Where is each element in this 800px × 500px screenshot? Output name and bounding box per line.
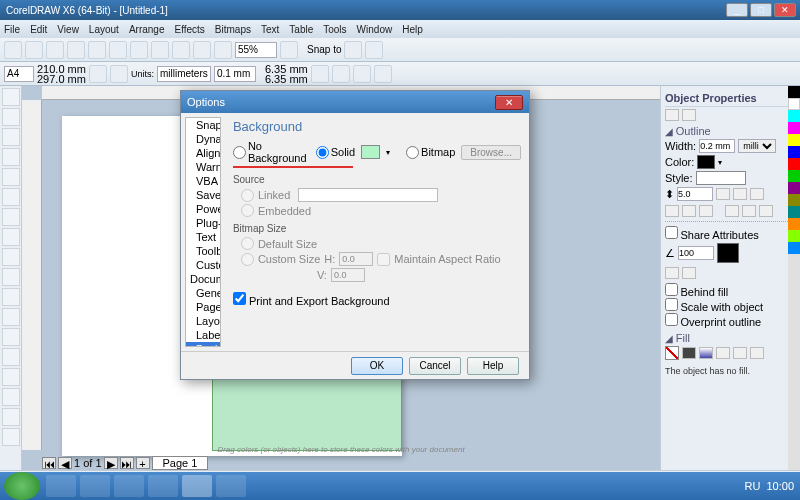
zoom-combo[interactable]	[235, 42, 277, 58]
overprint-check[interactable]	[665, 313, 678, 326]
zoom-tool-icon[interactable]	[2, 148, 20, 166]
page-next-icon[interactable]: ▶	[104, 457, 118, 469]
zoom-icon[interactable]	[280, 41, 298, 59]
tree-snap[interactable]: Snap to Object	[186, 118, 220, 132]
corner-btn-3[interactable]	[750, 188, 764, 200]
save-icon[interactable]	[46, 41, 64, 59]
tree-document[interactable]: Document	[186, 272, 220, 286]
ellipse-tool-icon[interactable]	[2, 228, 20, 246]
cap-btn-4[interactable]	[725, 205, 739, 217]
print-export-check[interactable]	[233, 292, 246, 305]
shape-tool-icon[interactable]	[2, 108, 20, 126]
snap-dropdown-icon[interactable]	[344, 41, 362, 59]
copy-icon[interactable]	[109, 41, 127, 59]
page-width[interactable]: 210.0 mm	[37, 64, 86, 74]
menu-tools[interactable]: Tools	[323, 24, 346, 35]
fill-solid-icon[interactable]	[682, 347, 696, 359]
panel-tab-icon[interactable]	[665, 109, 679, 121]
tree-plugins[interactable]: Plug-Ins	[186, 216, 220, 230]
menu-table[interactable]: Table	[289, 24, 313, 35]
menu-file[interactable]: File	[4, 24, 20, 35]
tree-toolbox[interactable]: Toolbox	[186, 244, 220, 258]
portrait-icon[interactable]	[89, 65, 107, 83]
print-icon[interactable]	[67, 41, 85, 59]
align-btn-1[interactable]	[665, 267, 679, 279]
tool-btn-b[interactable]	[332, 65, 350, 83]
tree-align[interactable]: Alignment Gu	[186, 146, 220, 160]
taskbar-item-6[interactable]	[216, 475, 246, 497]
menu-window[interactable]: Window	[357, 24, 393, 35]
smart-tool-icon[interactable]	[2, 188, 20, 206]
tree-warnings[interactable]: Warnings	[186, 160, 220, 174]
rectangle-tool-icon[interactable]	[2, 208, 20, 226]
menu-effects[interactable]: Effects	[174, 24, 204, 35]
cap-btn-5[interactable]	[742, 205, 756, 217]
taskbar-item-1[interactable]	[46, 475, 76, 497]
green-rectangle-object[interactable]	[212, 376, 402, 451]
start-button[interactable]	[4, 472, 40, 500]
fill-gradient-icon[interactable]	[699, 347, 713, 359]
align-btn-2[interactable]	[682, 267, 696, 279]
radio-solid[interactable]: Solid	[316, 146, 355, 159]
redo-icon[interactable]	[172, 41, 190, 59]
radio-no-bg[interactable]: No Background	[233, 140, 310, 164]
duplicate-x[interactable]: 6.35 mm	[265, 64, 308, 74]
connector-tool-icon[interactable]	[2, 328, 20, 346]
corner-btn-1[interactable]	[716, 188, 730, 200]
freehand-tool-icon[interactable]	[2, 168, 20, 186]
tray-lang[interactable]: RU	[745, 480, 761, 492]
tool-btn-a[interactable]	[311, 65, 329, 83]
cap-btn-2[interactable]	[682, 205, 696, 217]
tree-background[interactable]: Background	[186, 342, 220, 347]
behind-fill-check[interactable]	[665, 283, 678, 296]
new-icon[interactable]	[4, 41, 22, 59]
cut-icon[interactable]	[88, 41, 106, 59]
outline-width-input[interactable]	[699, 139, 735, 153]
crop-tool-icon[interactable]	[2, 128, 20, 146]
cap-btn-1[interactable]	[665, 205, 679, 217]
cancel-button[interactable]: Cancel	[409, 357, 461, 375]
maximize-button[interactable]: □	[750, 3, 772, 17]
paste-icon[interactable]	[130, 41, 148, 59]
undo-icon[interactable]	[151, 41, 169, 59]
menu-bitmaps[interactable]: Bitmaps	[215, 24, 251, 35]
ok-button[interactable]: OK	[351, 357, 403, 375]
nofill-icon[interactable]	[665, 346, 679, 360]
tool-btn-c[interactable]	[353, 65, 371, 83]
menu-layout[interactable]: Layout	[89, 24, 119, 35]
scale-check[interactable]	[665, 298, 678, 311]
share-attr-check[interactable]	[665, 226, 678, 239]
tree-vba[interactable]: VBA	[186, 174, 220, 188]
radio-bitmap[interactable]: Bitmap	[406, 146, 455, 159]
text-tool-icon[interactable]	[2, 268, 20, 286]
tool-btn-d[interactable]	[374, 65, 392, 83]
landscape-icon[interactable]	[110, 65, 128, 83]
menu-edit[interactable]: Edit	[30, 24, 47, 35]
fill-texture-icon[interactable]	[733, 347, 747, 359]
table-tool-icon[interactable]	[2, 288, 20, 306]
tree-layout[interactable]: Layout	[186, 314, 220, 328]
outline-color-swatch[interactable]	[697, 155, 715, 169]
outline-tool-icon[interactable]	[2, 388, 20, 406]
outline-style-select[interactable]	[696, 171, 746, 185]
menu-help[interactable]: Help	[402, 24, 423, 35]
nudge-input[interactable]	[214, 66, 256, 82]
dialog-titlebar[interactable]: Options ✕	[181, 91, 529, 113]
cap-btn-3[interactable]	[699, 205, 713, 217]
arrow-value-input[interactable]	[677, 187, 713, 201]
tree-custom[interactable]: Customization	[186, 258, 220, 272]
units-combo[interactable]	[157, 66, 211, 82]
menu-text[interactable]: Text	[261, 24, 279, 35]
taskbar-item-2[interactable]	[80, 475, 110, 497]
import-icon[interactable]	[193, 41, 211, 59]
page-add-icon[interactable]: +	[136, 457, 150, 469]
tree-dynguide[interactable]: Dynamic Guid	[186, 132, 220, 146]
system-tray[interactable]: RU 10:00	[739, 480, 800, 492]
dialog-close-button[interactable]: ✕	[495, 95, 523, 110]
taskbar-item-active[interactable]	[182, 475, 212, 497]
page-height[interactable]: 297.0 mm	[37, 74, 86, 84]
tree-pagesize[interactable]: Page Size	[186, 300, 220, 314]
color-palette[interactable]	[788, 86, 800, 470]
effects-tool-icon[interactable]	[2, 348, 20, 366]
options-icon[interactable]	[365, 41, 383, 59]
